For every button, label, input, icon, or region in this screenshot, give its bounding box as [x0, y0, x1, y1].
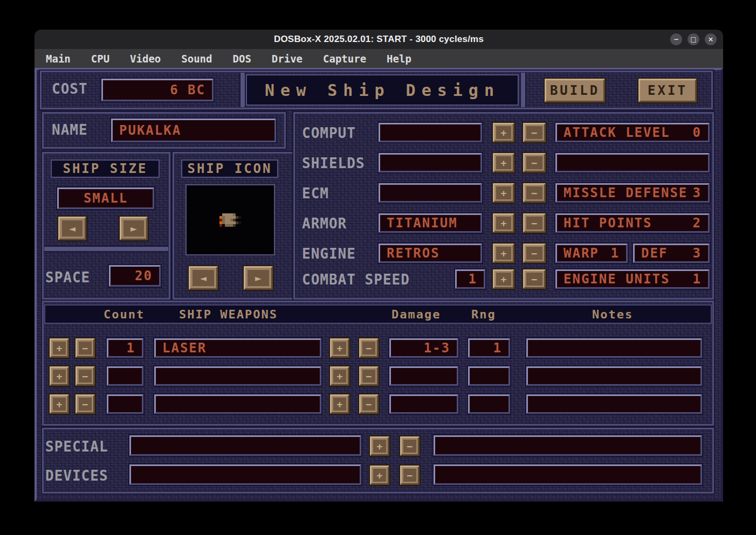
space-label: SPACE [45, 269, 90, 286]
minus-icon: − [526, 217, 542, 230]
weapon2-notes-field [526, 366, 702, 386]
plus-icon: + [496, 126, 511, 139]
combat-speed-field: 1 [455, 269, 485, 289]
weapon2-type-next-button[interactable]: + [330, 366, 349, 386]
menu-drive[interactable]: Drive [262, 53, 313, 65]
armor-increase-button[interactable]: + [493, 213, 514, 233]
comput-field[interactable] [379, 123, 482, 142]
window-controls: − □ × [670, 33, 717, 45]
armor-value: TITANIUM [387, 216, 458, 231]
menu-dos[interactable]: DOS [223, 53, 262, 65]
devices-prev-button[interactable]: − [400, 465, 420, 485]
menu-video[interactable]: Video [120, 53, 171, 65]
plus-icon: + [53, 342, 66, 355]
shields-decrease-button[interactable]: − [523, 153, 546, 172]
engine-decrease-button[interactable]: − [523, 244, 546, 263]
weapon2-count-decrease-button[interactable]: − [75, 366, 95, 386]
close-icon: × [708, 36, 713, 43]
ship-size-next-button[interactable]: ► [120, 217, 148, 240]
weapon1-count-field: 1 [107, 338, 143, 358]
stat-value: 1 [611, 246, 620, 261]
weapon1-range-field: 1 [468, 338, 510, 358]
weapon-damage: 1-3 [424, 341, 450, 356]
def-stat: DEF3 [633, 244, 710, 263]
stat-label: ATTACK LEVEL [563, 125, 670, 140]
stat-value: 3 [693, 246, 702, 261]
weapon2-type-prev-button[interactable]: − [359, 366, 379, 386]
minus-icon: − [403, 440, 416, 453]
devices-next-button[interactable]: + [370, 465, 389, 485]
ecm-increase-button[interactable]: + [493, 183, 514, 203]
armor-field[interactable]: TITANIUM [379, 213, 482, 233]
weapon2-name-field[interactable] [154, 366, 321, 386]
close-button[interactable]: × [705, 33, 717, 45]
weapon3-count-increase-button[interactable]: + [50, 394, 69, 414]
special-field [129, 435, 361, 456]
weapon1-count-decrease-button[interactable]: − [75, 338, 95, 358]
comput-decrease-button[interactable]: − [523, 123, 546, 142]
arrow-right-icon: ► [248, 270, 269, 286]
build-button[interactable]: BUILD [545, 79, 605, 102]
menu-cpu[interactable]: CPU [81, 53, 120, 65]
combat-speed-decrease-button[interactable]: − [523, 269, 546, 289]
weapon3-count-field [107, 394, 143, 414]
exit-button-label: EXIT [648, 83, 688, 98]
weapon3-count-decrease-button[interactable]: − [75, 394, 95, 414]
arrow-left-icon: ◄ [62, 220, 83, 237]
engine-increase-button[interactable]: + [493, 244, 514, 263]
ship-sprite [219, 213, 241, 227]
weapon1-type-next-button[interactable]: + [330, 338, 349, 358]
arrow-left-icon: ◄ [193, 270, 214, 286]
ship-size-header-box: SHIP SIZE [51, 159, 160, 178]
minus-icon: − [526, 126, 542, 139]
weapon3-type-prev-button[interactable]: − [359, 394, 379, 414]
stat-value: 2 [693, 216, 702, 231]
weapon1-count-increase-button[interactable]: + [50, 338, 69, 358]
menu-capture[interactable]: Capture [313, 53, 376, 65]
ship-icon-next-button[interactable]: ► [244, 266, 273, 290]
weapon1-name-field[interactable]: LASER [154, 338, 321, 358]
menu-main[interactable]: Main [36, 53, 81, 65]
shields-stat [555, 153, 710, 172]
weapon-count: 1 [127, 341, 135, 356]
special-next-button[interactable]: + [370, 436, 389, 456]
weapon2-count-increase-button[interactable]: + [50, 366, 69, 386]
warp-stat: WARP1 [555, 244, 628, 263]
ship-icon-prev-button[interactable]: ◄ [189, 266, 218, 290]
weapon1-type-prev-button[interactable]: − [359, 338, 379, 358]
title-bar[interactable]: DOSBox-X 2025.02.01: START - 3000 cycles… [35, 30, 723, 49]
maximize-button[interactable]: □ [688, 33, 699, 45]
menu-sound[interactable]: Sound [171, 53, 222, 65]
plus-icon: + [333, 342, 346, 355]
top-divider-left [240, 73, 245, 107]
weapon3-damage-field [389, 394, 458, 414]
ecm-label: ECM [302, 185, 329, 202]
name-value: PUKALKA [119, 123, 181, 138]
menu-help[interactable]: Help [376, 53, 422, 65]
plus-icon: + [496, 186, 511, 199]
weapon3-name-field[interactable] [154, 394, 321, 414]
minimize-button[interactable]: − [670, 33, 682, 45]
ecm-field[interactable] [379, 183, 482, 203]
shields-field[interactable] [379, 153, 482, 172]
armor-decrease-button[interactable]: − [523, 213, 546, 233]
name-field[interactable]: PUKALKA [111, 119, 276, 142]
plus-icon: + [496, 217, 511, 230]
weapon2-range-field [468, 366, 510, 386]
comput-increase-button[interactable]: + [493, 123, 514, 142]
ship-size-prev-button[interactable]: ◄ [58, 217, 86, 240]
minimize-icon: − [673, 36, 679, 43]
combat-speed-increase-button[interactable]: + [493, 269, 514, 289]
ecm-decrease-button[interactable]: − [523, 183, 546, 203]
plus-icon: + [496, 273, 511, 286]
engine-field[interactable]: RETROS [379, 244, 482, 263]
exit-button[interactable]: EXIT [638, 79, 697, 102]
shields-increase-button[interactable]: + [493, 153, 514, 172]
weapon3-type-next-button[interactable]: + [330, 394, 349, 414]
devices-label: DEVICES [45, 468, 108, 484]
plus-icon: + [53, 398, 66, 411]
hit-points-stat: HIT POINTS2 [555, 213, 710, 233]
weapon1-notes-field [526, 338, 702, 358]
weapon-name: LASER [162, 341, 207, 356]
special-prev-button[interactable]: − [400, 436, 420, 456]
